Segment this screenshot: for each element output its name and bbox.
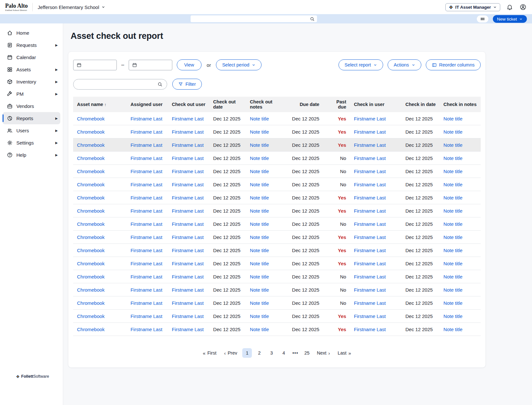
table-search-input[interactable] xyxy=(78,81,158,87)
global-search-input[interactable] xyxy=(193,16,310,22)
checkin-notes-link[interactable]: Note title xyxy=(443,327,462,332)
checkin-notes-link[interactable]: Note title xyxy=(443,313,462,319)
asset-link[interactable]: Chromebook xyxy=(77,142,105,148)
filter-button[interactable]: Filter xyxy=(172,79,202,90)
assigned-user-link[interactable]: Firstname Last xyxy=(131,129,162,135)
checkin-user-link[interactable]: Firstname Last xyxy=(354,195,386,200)
pagination-page-2[interactable]: 2 xyxy=(254,348,264,358)
asset-link[interactable]: Chromebook xyxy=(77,182,105,187)
checkin-notes-link[interactable]: Note title xyxy=(443,261,462,266)
sidebar-item-users[interactable]: Users▶ xyxy=(3,124,60,136)
notifications-button[interactable] xyxy=(506,4,513,11)
checkout-notes-link[interactable]: Note title xyxy=(250,261,269,266)
checkin-notes-link[interactable]: Note title xyxy=(443,195,462,200)
table-row[interactable]: ChromebookFirstname LastFirstname LastDe… xyxy=(73,217,481,231)
checkin-notes-link[interactable]: Note title xyxy=(443,169,462,174)
checkout-user-link[interactable]: Firstname Last xyxy=(172,182,204,187)
asset-link[interactable]: Chromebook xyxy=(77,169,105,174)
checkout-user-link[interactable]: Firstname Last xyxy=(172,195,204,200)
asset-link[interactable]: Chromebook xyxy=(77,195,105,200)
checkin-notes-link[interactable]: Note title xyxy=(443,142,462,148)
checkout-notes-link[interactable]: Note title xyxy=(250,300,269,306)
asset-link[interactable]: Chromebook xyxy=(77,155,105,161)
checkout-notes-link[interactable]: Note title xyxy=(250,195,269,200)
column-header-check-in-notes[interactable]: Check in notes xyxy=(440,97,481,112)
sidebar-item-settings[interactable]: Settings▶ xyxy=(3,136,60,149)
checkin-user-link[interactable]: Firstname Last xyxy=(354,261,386,266)
checkout-user-link[interactable]: Firstname Last xyxy=(172,234,204,240)
table-search[interactable] xyxy=(73,79,167,90)
assigned-user-link[interactable]: Firstname Last xyxy=(131,155,162,161)
sidebar-item-pm[interactable]: PM▶ xyxy=(3,88,60,100)
column-header-asset-name[interactable]: Asset name ↑ xyxy=(73,97,127,112)
assigned-user-link[interactable]: Firstname Last xyxy=(131,195,162,200)
pagination-ellipsis[interactable]: ••• xyxy=(291,350,299,356)
sidebar-item-assets[interactable]: Assets▶ xyxy=(3,63,60,75)
checkout-user-link[interactable]: Firstname Last xyxy=(172,208,204,214)
checkin-notes-link[interactable]: Note title xyxy=(443,287,462,293)
asset-link[interactable]: Chromebook xyxy=(77,129,105,135)
checkout-notes-link[interactable]: Note title xyxy=(250,142,269,148)
sidebar-item-inventory[interactable]: Inventory▶ xyxy=(3,75,60,88)
checkin-user-link[interactable]: Firstname Last xyxy=(354,116,386,121)
checkin-user-link[interactable]: Firstname Last xyxy=(354,327,386,332)
reorder-columns-button[interactable]: Reorder columns xyxy=(426,59,481,70)
checkin-notes-link[interactable]: Note title xyxy=(443,300,462,306)
checkout-user-link[interactable]: Firstname Last xyxy=(172,142,204,148)
column-header-past-due[interactable]: Past due xyxy=(323,97,350,112)
table-row[interactable]: ChromebookFirstname LastFirstname LastDe… xyxy=(73,125,481,138)
sidebar-item-reports[interactable]: Reports▶ xyxy=(3,112,60,124)
column-header-due-date[interactable]: Due date xyxy=(287,97,323,112)
checkout-notes-link[interactable]: Note title xyxy=(250,274,269,279)
assigned-user-link[interactable]: Firstname Last xyxy=(131,169,162,174)
checkin-user-link[interactable]: Firstname Last xyxy=(354,182,386,187)
checkout-user-link[interactable]: Firstname Last xyxy=(172,116,204,121)
table-row[interactable]: ChromebookFirstname LastFirstname LastDe… xyxy=(73,296,481,310)
checkin-notes-link[interactable]: Note title xyxy=(443,234,462,240)
table-row[interactable]: ChromebookFirstname LastFirstname LastDe… xyxy=(73,165,481,178)
checkout-notes-link[interactable]: Note title xyxy=(250,221,269,227)
checkout-user-link[interactable]: Firstname Last xyxy=(172,313,204,319)
asset-link[interactable]: Chromebook xyxy=(77,116,105,121)
start-date-input[interactable] xyxy=(73,60,117,70)
pagination-page-4[interactable]: 4 xyxy=(279,348,288,358)
assigned-user-link[interactable]: Firstname Last xyxy=(131,208,162,214)
table-row[interactable]: ChromebookFirstname LastFirstname LastDe… xyxy=(73,138,481,152)
assigned-user-link[interactable]: Firstname Last xyxy=(131,274,162,279)
checkin-notes-link[interactable]: Note title xyxy=(443,129,462,135)
table-row[interactable]: ChromebookFirstname LastFirstname LastDe… xyxy=(73,244,481,257)
assigned-user-link[interactable]: Firstname Last xyxy=(131,300,162,306)
assigned-user-link[interactable]: Firstname Last xyxy=(131,221,162,227)
checkout-notes-link[interactable]: Note title xyxy=(250,234,269,240)
table-row[interactable]: ChromebookFirstname LastFirstname LastDe… xyxy=(73,191,481,204)
checkout-user-link[interactable]: Firstname Last xyxy=(172,129,204,135)
checkout-user-link[interactable]: Firstname Last xyxy=(172,248,204,253)
checkout-user-link[interactable]: Firstname Last xyxy=(172,287,204,293)
checkout-user-link[interactable]: Firstname Last xyxy=(172,261,204,266)
table-row[interactable]: ChromebookFirstname LastFirstname LastDe… xyxy=(73,310,481,323)
table-row[interactable]: ChromebookFirstname LastFirstname LastDe… xyxy=(73,270,481,283)
checkin-user-link[interactable]: Firstname Last xyxy=(354,221,386,227)
checkout-user-link[interactable]: Firstname Last xyxy=(172,274,204,279)
pagination-next[interactable]: Next› xyxy=(314,349,333,357)
checkin-user-link[interactable]: Firstname Last xyxy=(354,300,386,306)
checkout-notes-link[interactable]: Note title xyxy=(250,129,269,135)
checkin-user-link[interactable]: Firstname Last xyxy=(354,274,386,279)
checkin-user-link[interactable]: Firstname Last xyxy=(354,313,386,319)
checkin-notes-link[interactable]: Note title xyxy=(443,274,462,279)
pagination-last[interactable]: Last» xyxy=(335,349,354,357)
column-header-check-out-notes[interactable]: Check out notes xyxy=(246,97,287,112)
checkout-user-link[interactable]: Firstname Last xyxy=(172,155,204,161)
school-selector[interactable]: Jefferson Elementary School xyxy=(37,3,106,11)
checkin-user-link[interactable]: Firstname Last xyxy=(354,169,386,174)
pagination-page-25[interactable]: 25 xyxy=(302,348,312,358)
table-row[interactable]: ChromebookFirstname LastFirstname LastDe… xyxy=(73,178,481,191)
checkin-user-link[interactable]: Firstname Last xyxy=(354,248,386,253)
pagination-page-3[interactable]: 3 xyxy=(267,348,276,358)
asset-link[interactable]: Chromebook xyxy=(77,327,105,332)
assigned-user-link[interactable]: Firstname Last xyxy=(131,287,162,293)
table-row[interactable]: ChromebookFirstname LastFirstname LastDe… xyxy=(73,231,481,244)
actions-dropdown[interactable]: Actions xyxy=(388,59,421,70)
global-search[interactable] xyxy=(191,15,317,22)
barcode-button[interactable] xyxy=(477,15,488,22)
